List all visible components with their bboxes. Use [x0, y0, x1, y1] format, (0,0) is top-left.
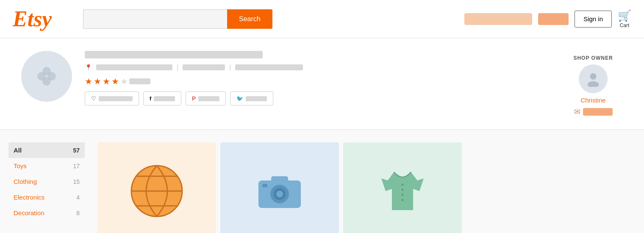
category-toys-label: Toys — [14, 162, 27, 169]
signin-button[interactable]: Sign in — [575, 11, 612, 28]
search-input[interactable] — [83, 9, 227, 29]
category-toys[interactable]: Toys 17 — [8, 158, 85, 174]
category-clothing[interactable]: Clothing 15 — [8, 174, 85, 189]
favorite-button[interactable]: ♡ — [85, 92, 139, 105]
svg-point-19 — [402, 194, 404, 196]
favorite-label — [99, 96, 133, 101]
shop-info: 📍 | | ★ ★ ★ ★ ★ ♡ f P — [85, 51, 551, 105]
svg-point-2 — [37, 72, 46, 80]
category-electronics-count: 4 — [76, 194, 80, 201]
location-text — [96, 64, 172, 70]
category-clothing-count: 15 — [73, 178, 80, 185]
star-2: ★ — [94, 76, 101, 86]
shop-owner-title: SHOP OWNER — [573, 55, 613, 61]
message-icon: ✉ — [574, 107, 580, 116]
facebook-button[interactable]: f — [143, 92, 181, 105]
facebook-icon: f — [150, 95, 151, 102]
header: Etsy Search Sign in 🛒 Cart — [0, 0, 644, 38]
facebook-label — [154, 96, 175, 101]
meta-info-2 — [235, 64, 303, 70]
search-bar: Search — [83, 9, 286, 29]
shop-avatar — [21, 51, 72, 102]
star-1: ★ — [85, 76, 92, 86]
product-card-shirt[interactable] — [343, 142, 462, 233]
product-card-camera[interactable] — [220, 142, 339, 233]
product-card-basketball[interactable] — [97, 142, 216, 233]
nav-pill-wide[interactable] — [464, 13, 532, 25]
meta-info-1 — [183, 64, 225, 70]
category-sidebar: All 57 Toys 17 Clothing 15 Electronics 4… — [0, 130, 93, 233]
cart-label: Cart — [620, 22, 630, 28]
category-electronics[interactable]: Electronics 4 — [8, 189, 85, 205]
svg-point-15 — [276, 191, 283, 197]
pinterest-button[interactable]: P — [186, 92, 226, 105]
category-clothing-label: Clothing — [14, 178, 37, 185]
star-rating: ★ ★ ★ ★ ★ — [85, 76, 551, 86]
shop-logo-icon — [34, 64, 59, 89]
svg-point-18 — [402, 189, 404, 191]
shirt-icon — [379, 168, 426, 214]
svg-point-5 — [588, 81, 599, 87]
shop-owner-panel: SHOP OWNER Christine ✉ — [564, 51, 623, 116]
cart-icon: 🛒 — [618, 9, 631, 22]
category-all-label: All — [14, 147, 22, 154]
nav-pill-short[interactable] — [538, 13, 569, 25]
star-5: ★ — [120, 76, 128, 86]
meta-sep-1: | — [177, 64, 178, 71]
category-decoration[interactable]: Decoration 8 — [8, 205, 85, 221]
star-4: ★ — [111, 76, 119, 86]
shop-meta: 📍 | | — [85, 64, 551, 71]
twitter-label — [246, 96, 267, 101]
search-button[interactable]: Search — [227, 9, 272, 29]
category-decoration-count: 8 — [76, 210, 80, 216]
camera-icon — [256, 172, 303, 210]
shop-actions: ♡ f P 🐦 — [85, 92, 551, 105]
svg-point-20 — [402, 199, 404, 201]
message-button[interactable] — [583, 108, 613, 116]
product-grid — [93, 130, 644, 233]
pinterest-label — [198, 96, 219, 101]
svg-point-4 — [590, 73, 596, 80]
owner-name: Christine — [580, 97, 605, 104]
star-3: ★ — [103, 76, 110, 86]
meta-sep-2: | — [229, 64, 231, 71]
category-electronics-label: Electronics — [14, 194, 44, 201]
heart-icon: ♡ — [91, 95, 96, 102]
category-decoration-label: Decoration — [14, 209, 44, 216]
pinterest-icon: P — [192, 95, 196, 102]
shop-profile: 📍 | | ★ ★ ★ ★ ★ ♡ f P — [0, 38, 644, 130]
category-all[interactable]: All 57 — [8, 142, 85, 158]
logo: Etsy — [13, 6, 68, 31]
category-all-count: 57 — [73, 147, 80, 154]
main-content: All 57 Toys 17 Clothing 15 Electronics 4… — [0, 130, 644, 233]
svg-point-3 — [47, 72, 56, 80]
header-nav: Sign in 🛒 Cart — [464, 9, 631, 28]
basketball-icon — [129, 164, 184, 219]
shop-name-bar — [85, 51, 263, 58]
svg-rect-16 — [262, 184, 267, 187]
category-toys-count: 17 — [73, 163, 80, 169]
owner-avatar — [579, 64, 608, 93]
owner-avatar-icon — [585, 71, 601, 87]
owner-actions: ✉ — [574, 107, 613, 116]
location-icon: 📍 — [85, 64, 92, 71]
twitter-icon: 🐦 — [236, 95, 243, 102]
twitter-button[interactable]: 🐦 — [230, 92, 273, 105]
cart-button[interactable]: 🛒 Cart — [618, 9, 631, 28]
star-count — [129, 78, 150, 84]
svg-point-17 — [402, 184, 404, 186]
svg-rect-12 — [271, 176, 288, 183]
